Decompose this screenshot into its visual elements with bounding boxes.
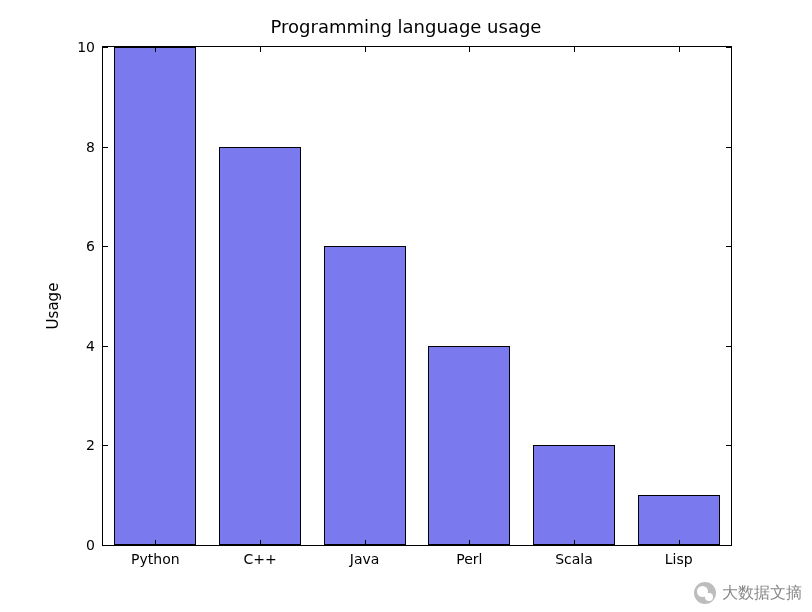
x-tick-mark: [365, 46, 366, 52]
y-tick-label: 4: [86, 338, 103, 354]
x-tick-label: C++: [243, 545, 276, 567]
x-tick-mark: [365, 540, 366, 546]
y-tick-mark: [726, 445, 732, 446]
y-tick-mark: [726, 47, 732, 48]
y-tick-label: 2: [86, 437, 103, 453]
bar-lisp: [638, 495, 720, 545]
x-tick-label: Scala: [555, 545, 593, 567]
x-tick-mark: [574, 46, 575, 52]
bar-perl: [428, 346, 510, 545]
bar-java: [324, 246, 406, 545]
y-tick-mark: [726, 147, 732, 148]
x-tick-mark: [260, 540, 261, 546]
y-tick-mark: [726, 545, 732, 546]
watermark: 大数据文摘: [694, 582, 802, 604]
y-tick-label: 10: [77, 39, 103, 55]
x-tick-mark: [469, 540, 470, 546]
y-tick-label: 0: [86, 537, 103, 553]
x-tick-label: Python: [131, 545, 180, 567]
x-tick-mark: [260, 46, 261, 52]
bar-cpp: [219, 147, 301, 545]
wechat-icon: [694, 582, 716, 604]
chart-axes: 0246810PythonC++JavaPerlScalaLisp: [102, 46, 732, 546]
y-tick-label: 6: [86, 238, 103, 254]
x-tick-label: Lisp: [665, 545, 693, 567]
x-tick-mark: [469, 46, 470, 52]
bar-python: [114, 47, 196, 545]
chart-title: Programming language usage: [0, 16, 812, 37]
x-tick-label: Perl: [456, 545, 482, 567]
x-tick-mark: [155, 540, 156, 546]
figure: Programming language usage Usage 0246810…: [0, 0, 812, 612]
y-tick-mark: [102, 246, 108, 247]
y-tick-mark: [102, 147, 108, 148]
y-tick-label: 8: [86, 139, 103, 155]
x-tick-label: Java: [350, 545, 380, 567]
y-tick-mark: [726, 346, 732, 347]
y-tick-mark: [102, 545, 108, 546]
x-tick-mark: [155, 46, 156, 52]
bar-scala: [533, 445, 615, 545]
y-tick-mark: [726, 246, 732, 247]
y-tick-mark: [102, 346, 108, 347]
y-tick-mark: [102, 445, 108, 446]
x-tick-mark: [574, 540, 575, 546]
watermark-text: 大数据文摘: [722, 583, 802, 604]
y-axis-label: Usage: [30, 0, 77, 612]
x-tick-mark: [679, 540, 680, 546]
x-tick-mark: [679, 46, 680, 52]
y-tick-mark: [102, 47, 108, 48]
